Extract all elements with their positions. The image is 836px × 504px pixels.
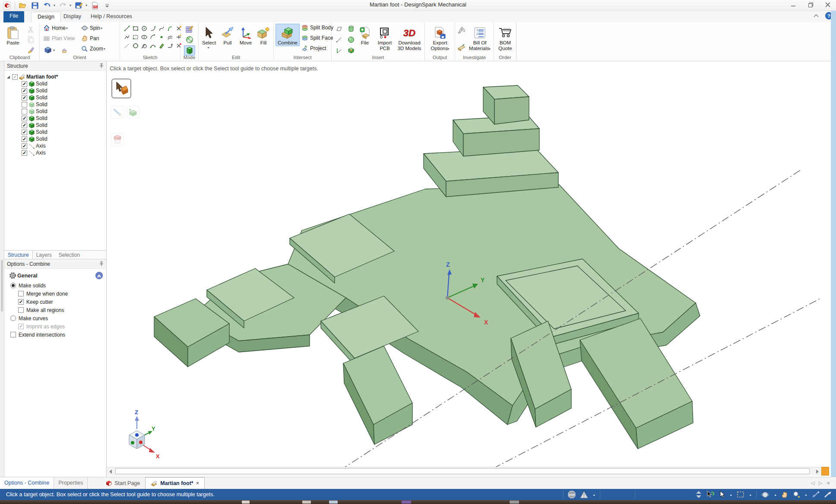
doc-tab-martian-foot[interactable]: Martian foot* × <box>145 477 205 489</box>
tree-item-solid[interactable]: Solid <box>7 129 106 135</box>
tab-scroll-left-icon[interactable]: ◁ <box>811 480 814 486</box>
analysis-tool-icon[interactable] <box>456 42 467 53</box>
sketch-line-icon[interactable] <box>123 24 131 32</box>
checkbox-icon[interactable] <box>18 299 24 305</box>
doc-tab-start-page[interactable]: Start Page <box>101 477 145 489</box>
bill-of-materials-button[interactable]: 12 Bill Of Materials ▾ <box>467 24 492 52</box>
tree-item-solid[interactable]: Solid <box>7 87 106 94</box>
visibility-checkbox[interactable] <box>22 116 27 121</box>
tab-display[interactable]: Display <box>57 12 87 22</box>
paste-button[interactable]: Paste <box>3 24 22 46</box>
option-merge-when-done[interactable]: Merge when done <box>10 290 106 298</box>
checkbox-icon[interactable] <box>10 332 16 337</box>
sketch-two-point-circle-icon[interactable] <box>131 41 139 50</box>
fill-button[interactable]: Fill <box>255 24 272 46</box>
tab-design[interactable]: Design <box>31 12 61 22</box>
bom-dropdown-icon[interactable]: ▾ <box>488 47 491 51</box>
sketch-tangent-arc-icon[interactable] <box>149 24 157 32</box>
export-options-button[interactable]: Export Options ▾ <box>427 24 453 52</box>
panel-tab-options-combine[interactable]: Options - Combine <box>0 477 54 489</box>
sketch-three-point-arc-icon[interactable] <box>149 41 157 50</box>
visibility-checkbox[interactable] <box>22 81 27 87</box>
bom-quote-button[interactable]: BOM Quote <box>495 24 516 52</box>
next-view-icon[interactable] <box>824 491 832 498</box>
scroll-wheel-icon[interactable] <box>696 491 702 498</box>
martian-foot-model[interactable] <box>154 85 700 449</box>
sketch-fill-region-icon[interactable] <box>157 41 165 50</box>
box-select-dropdown-icon[interactable]: ▲ <box>749 493 752 496</box>
tree-item-axis[interactable]: Axis <box>7 142 106 149</box>
tab-close-icon[interactable]: × <box>826 480 830 486</box>
combine-button[interactable]: Combine <box>276 24 300 46</box>
download-3d-models-button[interactable]: 3D Download 3D Models <box>396 24 423 52</box>
spin-tool-icon[interactable] <box>761 491 770 498</box>
restore-button[interactable] <box>805 1 816 9</box>
options-section-general[interactable]: General <box>4 269 106 281</box>
minimize-button[interactable] <box>788 1 799 9</box>
pin-icon[interactable] <box>99 261 104 266</box>
save-as-dropdown-icon[interactable]: ▾ <box>86 3 87 7</box>
split-face-button[interactable]: Split Face <box>301 35 333 41</box>
home-view-button[interactable]: Home▾ <box>43 25 68 31</box>
checkbox-icon[interactable] <box>18 307 24 313</box>
select-target-tool-guide[interactable] <box>111 79 131 98</box>
spin-dropdown-icon[interactable]: ▾ <box>101 26 102 30</box>
option-make-solids[interactable]: Make solids <box>10 281 106 290</box>
sketch-sweep-arc-icon[interactable] <box>149 33 157 41</box>
project-button[interactable]: Project <box>301 45 326 51</box>
undo-icon[interactable] <box>43 1 51 10</box>
move-button[interactable]: Move <box>237 24 255 46</box>
spin-dropdown-icon[interactable]: ▲ <box>774 493 777 496</box>
visibility-checkbox[interactable] <box>22 88 27 94</box>
sketch-polyline-icon[interactable] <box>123 33 131 41</box>
warning-dropdown-icon[interactable]: ▲ <box>592 493 595 496</box>
sketch-rectangle-icon[interactable] <box>131 24 139 32</box>
visibility-checkbox[interactable] <box>22 143 27 149</box>
customize-toolbar-icon[interactable] <box>103 1 111 10</box>
radio-icon[interactable] <box>10 315 16 321</box>
sketch-bend-icon[interactable] <box>166 41 174 50</box>
sketch-arc-icon[interactable] <box>166 24 174 32</box>
option-extend-intersections[interactable]: Extend intersections <box>10 331 106 339</box>
save-icon[interactable] <box>31 1 39 10</box>
radio-icon[interactable] <box>10 283 16 288</box>
tab-selection[interactable]: Selection <box>55 251 83 259</box>
dock-scroll-thumb[interactable] <box>1 260 3 312</box>
tab-structure[interactable]: Structure <box>4 251 33 259</box>
panel-tab-properties[interactable]: Properties <box>54 477 88 489</box>
sketch-spline-icon[interactable] <box>157 24 165 32</box>
tab-layers[interactable]: Layers <box>33 251 55 259</box>
visibility-checkbox[interactable] <box>12 74 18 80</box>
tree-item-solid[interactable]: Solid <box>7 115 106 122</box>
close-tab-icon[interactable]: × <box>196 480 199 486</box>
collapse-section-icon[interactable] <box>95 272 103 279</box>
insert-file-button[interactable]: File <box>357 24 373 46</box>
open-file-icon[interactable] <box>19 1 27 10</box>
pull-button[interactable]: Pull <box>218 24 237 46</box>
zoom-dropdown-icon[interactable]: ▲ <box>804 493 808 496</box>
tree-item-solid[interactable]: Solid <box>7 122 106 129</box>
sketch-point-icon[interactable] <box>157 33 165 41</box>
app-logo-icon[interactable] <box>3 1 11 10</box>
section-mode-icon[interactable] <box>184 35 195 45</box>
insert-axis-icon[interactable] <box>333 45 345 56</box>
snap-view-icon[interactable] <box>59 45 70 55</box>
select-dropdown-icon[interactable]: ▲ <box>729 493 732 496</box>
select-cursor-icon[interactable] <box>719 491 725 498</box>
visibility-checkbox[interactable] <box>22 129 27 135</box>
visibility-checkbox[interactable] <box>22 123 27 128</box>
select-dropdown-icon[interactable]: ▾ <box>207 46 209 50</box>
tab-scroll-right-icon[interactable]: ▷ <box>819 480 822 486</box>
tab-file[interactable]: File <box>3 11 24 22</box>
sketch-ellipse-icon[interactable] <box>140 33 148 41</box>
tree-item-solid[interactable]: Solid <box>7 94 106 101</box>
view-cube-dropdown-icon[interactable]: ▾ <box>53 48 55 52</box>
visibility-checkbox[interactable] <box>22 109 27 114</box>
return-to-select-icon[interactable] <box>706 491 715 498</box>
tree-item-solid[interactable]: Solid <box>7 108 106 115</box>
visibility-checkbox[interactable] <box>22 150 27 156</box>
export-stl-icon[interactable]: STL <box>91 1 99 10</box>
sketch-mode-icon[interactable] <box>184 24 195 34</box>
3d-model-canvas[interactable]: Z Y X Z Y X <box>107 61 821 467</box>
import-pcb-button[interactable]: Import PCB <box>374 24 396 52</box>
